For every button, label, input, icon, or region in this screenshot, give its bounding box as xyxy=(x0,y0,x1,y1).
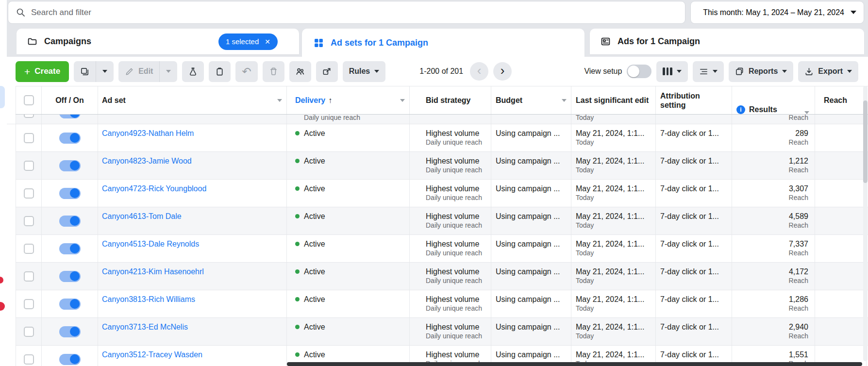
column-header-results[interactable]: iResults xyxy=(732,86,815,114)
adset-link[interactable]: Canyon3512-Tracey Wasden xyxy=(102,350,202,359)
column-header-ad-set[interactable]: Ad set xyxy=(98,86,287,114)
create-button[interactable]: + Create xyxy=(16,61,69,82)
bid-strategy-cell xyxy=(410,115,491,124)
adset-link[interactable]: Canyon4723-Rick Youngblood xyxy=(102,184,206,193)
budget-value: Using campaign ... xyxy=(496,322,567,332)
adset-link[interactable]: Canyon4823-Jamie Wood xyxy=(102,157,192,166)
row-checkbox[interactable] xyxy=(24,161,34,171)
prev-page-button[interactable]: ‹ xyxy=(470,62,488,81)
duplicate-dropdown-button[interactable] xyxy=(96,61,114,82)
row-on-toggle[interactable] xyxy=(59,243,81,254)
column-header-last-edit: Last significant edit xyxy=(571,86,656,114)
duplicate-button[interactable] xyxy=(74,61,96,82)
audience-button[interactable] xyxy=(289,61,311,82)
preview-button[interactable] xyxy=(316,61,338,82)
undo-button[interactable]: ↶ xyxy=(235,61,257,82)
results-cell: 1,286 Reach xyxy=(732,290,815,317)
results-value: 1,551 xyxy=(789,349,808,360)
last-edit-cell: May 21, 2024, 1:1... Today xyxy=(571,152,656,179)
column-header-off-on: Off / On xyxy=(42,86,98,114)
next-page-button[interactable]: › xyxy=(493,62,512,81)
results-cell: 4,589 Reach xyxy=(732,207,815,234)
row-checkbox-cell xyxy=(16,207,42,234)
grid-icon xyxy=(314,38,324,48)
reports-button[interactable]: Reports xyxy=(729,61,793,82)
horizontal-scrollbar[interactable] xyxy=(287,362,862,366)
row-checkbox[interactable] xyxy=(24,271,34,282)
vertical-scrollbar[interactable] xyxy=(863,86,868,361)
row-on-toggle[interactable] xyxy=(59,299,81,310)
rules-button[interactable]: Rules xyxy=(343,61,386,82)
last-edit-subtext: Today xyxy=(576,194,651,203)
breakdown-button[interactable] xyxy=(693,61,724,82)
row-checkbox[interactable] xyxy=(24,216,34,226)
adset-link[interactable]: Canyon3813-Rich Williams xyxy=(102,295,195,304)
column-header-delivery[interactable]: Delivery↑ xyxy=(287,86,410,114)
row-checkbox[interactable] xyxy=(24,133,34,143)
row-toggle-cell xyxy=(42,180,98,207)
date-range-picker[interactable]: This month: May 1, 2024 – May 21, 2024 xyxy=(690,1,864,24)
adset-link[interactable]: Canyon4923-Nathan Helm xyxy=(102,129,194,138)
entity-tabs: Campaigns 1 selected ✕ Ad sets for 1 Cam… xyxy=(0,29,868,57)
delivery-status: Active xyxy=(304,323,325,332)
attribution-value: 7-day click or 1... xyxy=(660,239,727,249)
adset-link[interactable]: Canyon4213-Kim Hasenoehrl xyxy=(102,267,204,276)
adset-link[interactable]: Canyon4513-Dale Reynolds xyxy=(102,240,199,249)
row-checkbox[interactable] xyxy=(24,188,34,199)
reach-cell xyxy=(815,180,867,207)
view-setup-toggle[interactable] xyxy=(627,65,651,78)
active-status-dot xyxy=(295,352,300,357)
column-header-budget[interactable]: Budget xyxy=(491,86,571,114)
edit-button[interactable]: Edit xyxy=(118,61,160,82)
adset-name-cell: Canyon4723-Rick Youngblood xyxy=(98,180,287,207)
clipboard-button[interactable] xyxy=(209,61,231,82)
select-all-checkbox[interactable] xyxy=(24,95,34,105)
row-checkbox[interactable] xyxy=(24,244,34,254)
tab-ad-sets[interactable]: Ad sets for 1 Campaign xyxy=(302,29,584,57)
results-value: 1,212 xyxy=(789,156,808,166)
clear-selection-icon[interactable]: ✕ xyxy=(265,38,270,46)
adset-link[interactable]: Canyon3713-Ed McNelis xyxy=(102,323,188,332)
row-on-toggle[interactable] xyxy=(59,354,81,365)
results-subtext: Reach xyxy=(789,166,808,175)
delete-button[interactable] xyxy=(263,61,284,82)
table-header: Off / On Ad set Delivery↑ Bid strategy B… xyxy=(16,86,868,115)
date-range-label: This month: May 1, 2024 – May 21, 2024 xyxy=(703,8,844,17)
row-checkbox[interactable] xyxy=(24,115,34,118)
sort-ascending-icon: ↑ xyxy=(328,96,332,105)
delivery-cell: Daily unique reach xyxy=(287,115,410,124)
row-on-toggle[interactable] xyxy=(59,271,81,282)
row-on-toggle[interactable] xyxy=(59,115,81,118)
columns-button[interactable] xyxy=(656,61,688,82)
search-bar[interactable] xyxy=(8,1,685,24)
row-on-toggle[interactable] xyxy=(59,188,81,199)
sort-caret-icon xyxy=(400,99,405,102)
scrollbar-thumb[interactable] xyxy=(863,100,868,183)
delivery-status: Active xyxy=(304,240,325,249)
ab-test-button[interactable] xyxy=(182,61,204,82)
active-status-dot xyxy=(295,214,300,218)
tab-campaigns[interactable]: Campaigns 1 selected ✕ xyxy=(17,29,299,54)
row-checkbox[interactable] xyxy=(24,299,34,309)
info-icon: i xyxy=(736,105,745,114)
row-toggle-cell xyxy=(42,346,98,366)
search-input[interactable] xyxy=(31,8,677,17)
row-on-toggle[interactable] xyxy=(59,326,81,337)
bid-strategy-value: Highest volume xyxy=(426,294,486,304)
bid-strategy-cell: Highest volume Daily unique reach xyxy=(410,180,491,207)
adset-link[interactable]: Canyon4613-Tom Dale xyxy=(102,212,182,221)
chevron-down-icon xyxy=(374,70,379,73)
folder-icon xyxy=(27,36,37,47)
row-on-toggle[interactable] xyxy=(59,160,81,171)
last-edit-cell: May 21, 2024, 1:1... Today xyxy=(571,290,656,317)
download-icon xyxy=(804,67,814,76)
tab-ads[interactable]: Ads for 1 Campaign xyxy=(590,29,864,54)
reach-cell xyxy=(815,318,867,345)
row-checkbox[interactable] xyxy=(24,354,34,365)
edit-dropdown-button[interactable] xyxy=(160,61,177,82)
export-button[interactable]: Export xyxy=(798,61,858,82)
row-on-toggle[interactable] xyxy=(59,133,81,144)
row-checkbox[interactable] xyxy=(24,327,34,337)
row-checkbox-cell xyxy=(16,180,42,207)
row-on-toggle[interactable] xyxy=(59,216,81,227)
